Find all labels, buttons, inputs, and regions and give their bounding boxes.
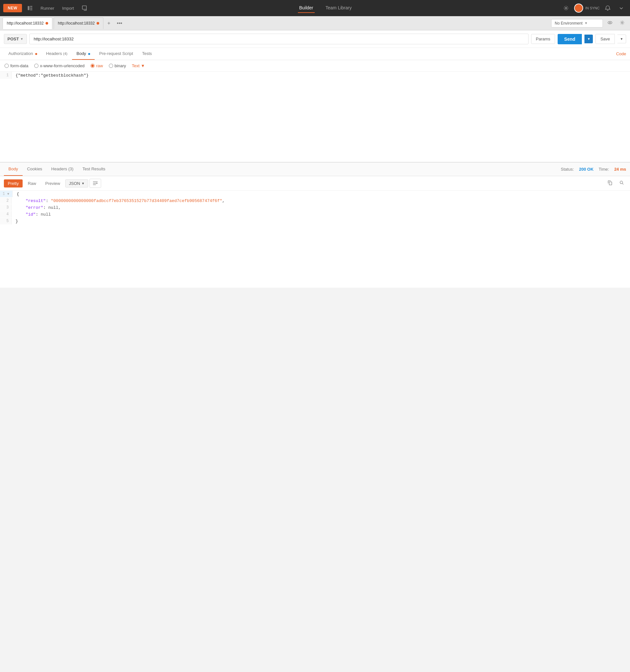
json-label: JSON (69, 181, 80, 186)
environment-dropdown[interactable]: No Environment ▼ (551, 19, 603, 27)
svg-rect-0 (27, 6, 29, 10)
code-editor[interactable]: 1 {"method":"getbestblockhash"} (0, 72, 630, 162)
error-key: "error" (26, 205, 43, 210)
url-input[interactable] (29, 33, 528, 44)
send-arrow-button[interactable]: ▼ (584, 34, 593, 43)
time-value: 24 ms (614, 167, 626, 172)
headers-count: (4) (63, 52, 67, 55)
resp-tab-test-results[interactable]: Test Results (78, 163, 110, 176)
send-button[interactable]: Send (558, 34, 582, 44)
save-button[interactable]: Save (596, 34, 615, 44)
new-tab-icon (82, 5, 87, 11)
method-label: POST (7, 37, 19, 41)
sidebar-icon (27, 5, 33, 11)
params-button[interactable]: Params (531, 34, 555, 44)
resp-tab-headers[interactable]: Headers (3) (47, 163, 78, 176)
time-label: Time: (599, 167, 609, 172)
request-tab-1[interactable]: http://localhost:18332 (3, 18, 52, 29)
tab-dot (46, 22, 48, 25)
notifications-button[interactable] (602, 3, 613, 13)
word-wrap-button[interactable] (90, 179, 101, 188)
tab-builder[interactable]: Builder (298, 3, 315, 13)
prerequest-label: Pre-request Script (99, 51, 133, 56)
copy-icon (607, 180, 612, 185)
copy-button[interactable] (605, 179, 614, 188)
manage-env-button[interactable] (617, 19, 627, 28)
urlencoded-label: x-www-form-urlencoded (40, 63, 85, 68)
top-nav: NEW Runner Import Builder Team Library (0, 0, 630, 16)
response-format-bar: Pretty Raw Preview JSON ▼ (0, 176, 630, 191)
method-selector[interactable]: POST ▼ (4, 34, 27, 44)
tab-authorization[interactable]: Authorization (4, 48, 42, 60)
search-icon (619, 180, 624, 185)
status-label: Status: (561, 167, 574, 172)
raw-label: raw (96, 63, 103, 68)
resp-headers-label: Headers (51, 166, 67, 171)
tab-tests[interactable]: Tests (137, 48, 156, 60)
fmt-preview[interactable]: Preview (41, 179, 64, 188)
resp-tab-body[interactable]: Body (4, 163, 23, 176)
json-format-selector[interactable]: JSON ▼ (65, 179, 88, 188)
new-button[interactable]: NEW (3, 4, 22, 12)
form-data-option[interactable]: form-data (4, 63, 28, 68)
line-num-1: 1 ▼ (0, 191, 12, 197)
type-selector[interactable]: Text ▼ (132, 63, 145, 68)
eye-button[interactable] (605, 19, 615, 28)
form-data-radio[interactable] (4, 64, 9, 68)
type-chevron: ▼ (141, 63, 145, 68)
tab-team-library[interactable]: Team Library (324, 3, 353, 13)
binary-radio[interactable] (109, 64, 113, 68)
urlencoded-radio[interactable] (34, 64, 39, 68)
chevron-down-icon: ▼ (584, 21, 588, 25)
runner-button[interactable]: Runner (38, 4, 57, 13)
result-value: "0000000000000000fadbccf7eb3765351527b77… (51, 198, 222, 203)
import-label: Import (62, 6, 74, 11)
tab-prerequest[interactable]: Pre-request Script (95, 48, 137, 60)
line-num-4: 4 (0, 211, 11, 218)
raw-radio[interactable] (91, 64, 95, 68)
fmt-pretty[interactable]: Pretty (4, 179, 23, 188)
line-1-content: { (12, 191, 23, 197)
binary-label: binary (115, 63, 126, 68)
search-button[interactable] (617, 179, 626, 188)
line-num-5: 5 (0, 218, 11, 224)
save-arrow-button[interactable]: ▼ (618, 34, 626, 43)
tab-body[interactable]: Body (72, 48, 95, 60)
expand-button[interactable] (616, 3, 627, 13)
nav-right: IN SYNC (560, 3, 627, 13)
type-label: Text (132, 63, 140, 68)
raw-option[interactable]: raw (91, 63, 103, 68)
collapse-triangle[interactable]: ▼ (7, 192, 9, 196)
svg-point-10 (622, 22, 623, 24)
env-label: No Environment (555, 21, 582, 26)
svg-point-8 (608, 21, 612, 24)
url-bar: POST ▼ Params Send ▼ Save ▼ (0, 30, 630, 48)
resp-tab-cookies[interactable]: Cookies (23, 163, 47, 176)
binary-option[interactable]: binary (109, 63, 126, 68)
env-selector: No Environment ▼ (551, 19, 627, 28)
line-2-content: "result": "0000000000000000fadbccf7eb376… (11, 197, 229, 204)
svg-point-9 (609, 22, 610, 23)
request-tab-2[interactable]: http://localhost:18332 (54, 18, 103, 29)
svg-rect-1 (30, 6, 32, 7)
new-tab-button[interactable] (79, 3, 90, 13)
line-5-content: } (11, 218, 22, 225)
bell-icon (605, 5, 611, 11)
sidebar-toggle-button[interactable] (25, 3, 35, 13)
request-area: POST ▼ Params Send ▼ Save ▼ Authorizatio… (0, 30, 630, 163)
import-button[interactable]: Import (59, 4, 77, 13)
id-key: "id" (26, 212, 35, 217)
id-value: null (41, 212, 51, 217)
code-link[interactable]: Code (616, 48, 626, 59)
urlencoded-option[interactable]: x-www-form-urlencoded (34, 63, 85, 68)
status-value: 200 OK (579, 167, 594, 172)
fmt-raw[interactable]: Raw (24, 179, 40, 188)
resp-line-5: 5 } (0, 218, 630, 225)
resp-line-2: 2 "result": "0000000000000000fadbccf7eb3… (0, 197, 630, 204)
more-tabs-button[interactable]: ••• (115, 19, 125, 27)
auth-dot (35, 53, 37, 55)
gear-icon (563, 5, 569, 11)
settings-button[interactable] (560, 3, 572, 13)
tab-headers[interactable]: Headers (4) (42, 48, 72, 60)
add-tab-button[interactable]: + (105, 19, 113, 27)
